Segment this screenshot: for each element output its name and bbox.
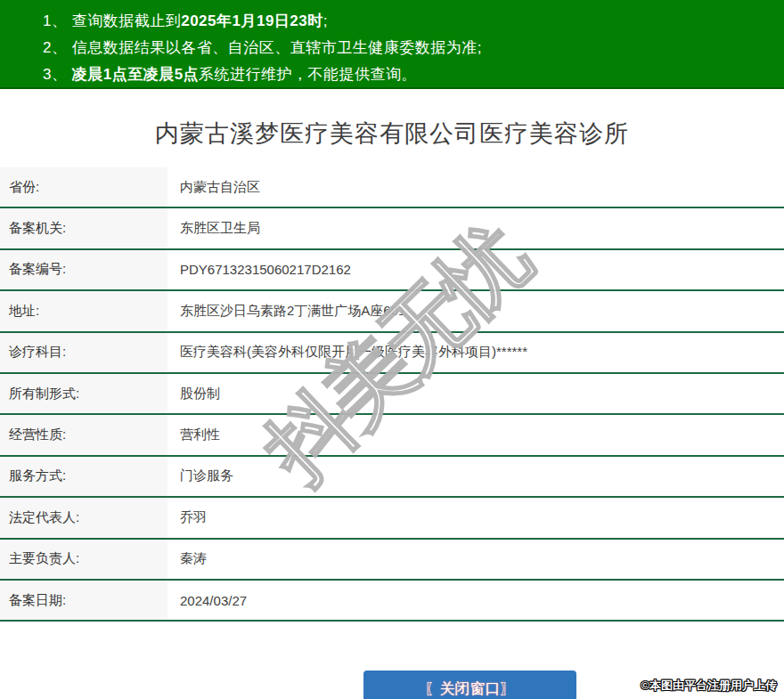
- notice-line-2: 2、 信息数据结果以各省、自治区、直辖市卫生健康委数据为准;: [43, 35, 784, 61]
- table-row-person-in-charge: 主要负责人: 秦涛: [0, 540, 784, 581]
- notice-1-text: 1、 查询数据截止到: [43, 12, 181, 29]
- table-row-ownership-form: 所有制形式: 股份制: [0, 374, 784, 415]
- page-title: 内蒙古溪梦医疗美容有限公司医疗美容诊所: [0, 118, 784, 150]
- row-value: 医疗美容科(美容外科仅限开展一级医疗美容外科项目)******: [167, 333, 784, 372]
- row-label: 所有制形式:: [0, 374, 167, 413]
- row-label: 备案编号:: [0, 250, 167, 289]
- row-value: 内蒙古自治区: [167, 167, 784, 207]
- table-row-business-nature: 经营性质: 营利性: [0, 415, 784, 456]
- row-label: 备案日期:: [0, 581, 167, 620]
- notice-3-tail: 系统进行维护，不能提供查询。: [199, 66, 417, 83]
- row-label: 诊疗科目:: [0, 333, 167, 372]
- notice-3-text: 3、: [43, 66, 72, 83]
- table-row-filing-number: 备案编号: PDY67132315060217D2162: [0, 250, 784, 291]
- row-value: 营利性: [167, 415, 784, 454]
- notice-line-1: 1、 查询数据截止到2025年1月19日23时;: [43, 8, 784, 35]
- table-row-province: 省份: 内蒙古自治区: [0, 167, 784, 208]
- row-value: 东胜区沙日乌素路2丁满世广场A座601: [167, 291, 784, 330]
- row-value: 2024/03/27: [167, 581, 784, 620]
- row-label: 地址:: [0, 291, 167, 330]
- table-row-filing-date: 备案日期: 2024/03/27: [0, 581, 784, 622]
- row-value: PDY67132315060217D2162: [167, 250, 784, 289]
- notice-3-bold: 凌晨1点至凌晨5点: [72, 66, 199, 83]
- row-value: 股份制: [167, 374, 784, 413]
- record-info-table: 省份: 内蒙古自治区 备案机关: 东胜区卫生局 备案编号: PDY6713231…: [0, 167, 784, 622]
- notice-2-text: 2、 信息数据结果以各省、自治区、直辖市卫生健康委数据为准;: [43, 39, 482, 56]
- table-row-address: 地址: 东胜区沙日乌素路2丁满世广场A座601: [0, 291, 784, 332]
- row-value: 乔羽: [167, 498, 784, 537]
- table-row-filing-authority: 备案机关: 东胜区卫生局: [0, 208, 784, 249]
- notice-line-3: 3、 凌晨1点至凌晨5点系统进行维护，不能提供查询。: [43, 61, 784, 88]
- platform-upload-stamp: ©本图由平台注册用户上传: [641, 678, 777, 694]
- notice-1-bold: 2025年1月19日23时: [181, 12, 323, 29]
- row-label: 主要负责人:: [0, 540, 167, 579]
- notice-banner: 1、 查询数据截止到2025年1月19日23时; 2、 信息数据结果以各省、自治…: [0, 0, 784, 89]
- row-value: 门诊服务: [167, 457, 784, 496]
- row-label: 经营性质:: [0, 415, 167, 454]
- row-label: 省份:: [0, 167, 167, 207]
- close-window-button[interactable]: 〖关闭窗口〗: [363, 671, 576, 699]
- table-row-clinical-subjects: 诊疗科目: 医疗美容科(美容外科仅限开展一级医疗美容外科项目)******: [0, 333, 784, 374]
- row-value: 东胜区卫生局: [167, 208, 784, 248]
- row-label: 备案机关:: [0, 208, 167, 248]
- row-label: 法定代表人:: [0, 498, 167, 537]
- row-label: 服务方式:: [0, 457, 167, 496]
- notice-1-tail: ;: [323, 12, 328, 29]
- row-value: 秦涛: [167, 540, 784, 579]
- table-row-service-mode: 服务方式: 门诊服务: [0, 457, 784, 498]
- table-row-legal-representative: 法定代表人: 乔羽: [0, 498, 784, 539]
